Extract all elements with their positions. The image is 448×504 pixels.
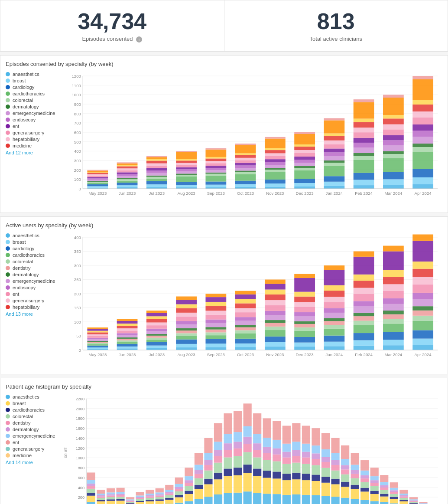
svg-rect-661 [321,483,330,496]
svg-rect-286 [176,347,197,350]
svg-rect-351 [294,342,315,346]
svg-rect-180 [354,128,374,132]
legend-item[interactable]: breast [6,78,62,83]
legend-item[interactable]: breast [6,401,62,406]
svg-rect-578 [224,457,232,468]
svg-rect-254 [117,348,138,350]
svg-text:Sep 2023: Sep 2023 [207,191,225,196]
legend-item[interactable]: dermatology [6,427,62,432]
svg-rect-288 [176,339,197,344]
svg-rect-51 [117,170,138,172]
legend-more[interactable]: And 12 more [6,150,62,155]
legend-item[interactable]: anaesthetics [6,394,62,399]
legend-item[interactable]: hepatobiliary [6,304,62,310]
svg-text:700: 700 [74,121,81,125]
svg-text:Mar 2024: Mar 2024 [385,191,403,196]
svg-rect-307 [205,329,226,332]
svg-rect-370 [324,325,344,329]
svg-rect-302 [205,347,226,350]
svg-rect-60 [146,181,167,184]
legend-item[interactable]: generalsurgery [6,446,62,452]
svg-rect-575 [224,493,232,504]
svg-rect-484 [116,499,124,501]
legend-item[interactable]: dentistry [6,420,62,425]
legend-item[interactable]: medicine [6,453,62,458]
svg-rect-690 [351,474,359,478]
svg-text:Nov 2023: Nov 2023 [266,353,284,357]
legend-item[interactable]: medicine [6,143,62,148]
svg-rect-339 [265,323,286,326]
svg-rect-403 [383,314,404,319]
chart1-area: anaestheticsbreastcardiologycardiothorac… [6,72,442,207]
svg-rect-44 [117,183,138,185]
legend-item[interactable]: emergencymedicine [6,111,62,116]
legend-item[interactable]: anaesthetics [6,72,62,77]
legend-item[interactable]: colorectal [6,414,62,419]
svg-rect-489 [116,488,124,492]
svg-rect-34 [87,177,108,178]
svg-text:400: 400 [78,485,84,490]
legend-item[interactable]: dermatology [6,272,62,277]
legend-more[interactable]: And 14 more [6,460,62,465]
svg-rect-650 [302,425,310,443]
legend-item[interactable]: hepatobiliary [6,137,62,142]
svg-rect-667 [321,433,330,449]
svg-rect-654 [312,475,320,481]
svg-rect-272 [146,342,167,346]
legend-more[interactable]: And 13 more [6,311,62,317]
svg-rect-136 [265,137,286,139]
svg-rect-663 [321,468,330,476]
svg-rect-312 [205,311,226,314]
svg-rect-289 [176,336,197,340]
svg-rect-649 [302,444,310,452]
svg-rect-85 [176,160,197,163]
svg-rect-483 [116,501,124,504]
legend-item[interactable]: ent [6,440,62,445]
legend-item[interactable]: endoscopy [6,117,62,122]
legend-item[interactable]: dentistry [6,265,62,271]
svg-rect-466 [97,501,105,504]
legend-item[interactable]: cardiology [6,246,62,251]
legend-item[interactable]: cardiology [6,85,62,90]
legend-item[interactable]: emergencymedicine [6,278,62,284]
legend-item[interactable]: endoscopy [6,285,62,290]
svg-rect-641 [292,442,300,450]
svg-rect-706 [370,486,379,491]
legend-item[interactable]: breast [6,239,62,245]
svg-rect-562 [204,465,212,471]
legend-item[interactable]: colorectal [6,98,62,103]
episodes-info-icon[interactable]: i [136,36,142,43]
svg-rect-320 [235,339,256,344]
svg-rect-384 [354,333,374,340]
svg-rect-371 [324,321,344,325]
svg-rect-206 [412,147,433,152]
svg-rect-52 [117,168,138,170]
chart2-container: 050100150200250300350400May 2023Jun 2023… [62,233,442,369]
legend-item[interactable]: ent [6,291,62,297]
svg-rect-608 [253,413,261,434]
svg-rect-700 [360,471,369,475]
svg-rect-325 [235,321,256,325]
legend-item[interactable]: cardiothoracics [6,407,62,412]
legend-item[interactable]: cardiothoracics [6,252,62,258]
svg-rect-171 [354,180,374,185]
svg-text:May 2023: May 2023 [88,353,107,357]
svg-rect-336 [265,337,286,342]
svg-rect-683 [341,459,349,465]
svg-rect-139 [294,183,315,187]
legend-item[interactable]: colorectal [6,259,62,264]
legend-item[interactable]: generalsurgery [6,130,62,135]
legend-item[interactable]: cardiothoracics [6,91,62,96]
svg-rect-260 [117,337,138,339]
legend-item[interactable]: dermatology [6,104,62,109]
svg-rect-418 [412,316,433,321]
svg-rect-723 [390,494,398,497]
svg-text:900: 900 [74,102,81,107]
legend-item[interactable]: ent [6,124,62,129]
legend-item[interactable]: emergencymedicine [6,433,62,439]
legend-item[interactable]: anaesthetics [6,233,62,238]
svg-rect-374 [324,308,344,313]
svg-rect-625 [273,421,281,440]
svg-rect-294 [176,321,197,324]
legend-item[interactable]: generalsurgery [6,298,62,303]
